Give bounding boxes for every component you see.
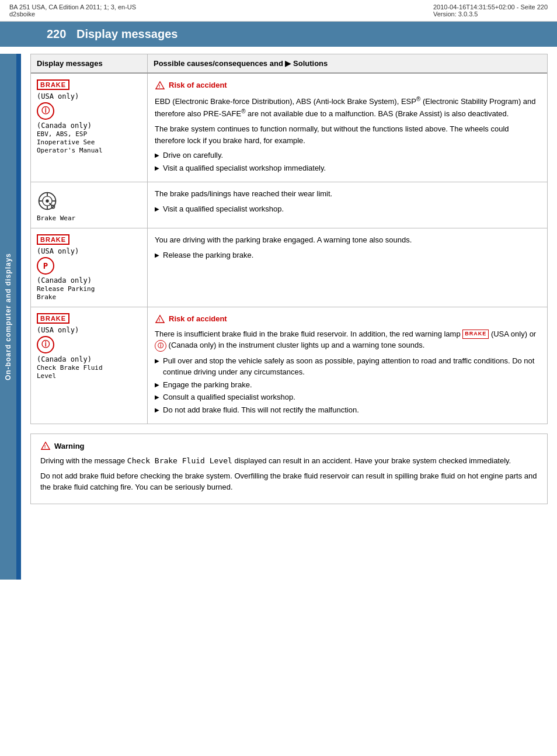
- brake-badge-4: BRAKE: [37, 313, 69, 324]
- table-header: Display messages Possible causes/consequ…: [31, 54, 547, 74]
- usa-only-3: (USA only): [37, 247, 79, 255]
- cell-display-4: BRAKE (USA only) ⓘ (Canada only) Check B…: [31, 307, 148, 424]
- top-bar: BA 251 USA, CA Edition A 2011; 1; 3, en-…: [0, 0, 557, 22]
- warning-section: ! Warning Driving with the message Check…: [30, 434, 548, 504]
- table-row: Brake Wear The brake pads/linings have r…: [31, 182, 547, 228]
- row3-body: You are driving with the parking brake e…: [155, 234, 540, 246]
- canada-only-1: (Canada only): [37, 122, 92, 130]
- risk-heading-1: ! Risk of accident: [155, 79, 540, 91]
- list-item: Engage the parking brake.: [155, 379, 540, 391]
- top-bar-right: 2010-04-16T14:31:55+02:00 - Seite 220 Ve…: [433, 4, 548, 18]
- list-item: Drive on carefully.: [155, 150, 540, 161]
- circle-icon-4: ⓘ: [37, 336, 54, 353]
- brake-badge-3: BRAKE: [37, 234, 69, 245]
- warning-code: Check Brake Fluid Level: [127, 456, 232, 465]
- cell-display-2: Brake Wear: [31, 182, 148, 228]
- canada-only-4: (Canada only): [37, 355, 92, 363]
- table-row: BRAKE (USA only) ⓘ (Canada only) Check B…: [31, 307, 547, 424]
- row3-bullets: Release the parking brake.: [155, 249, 540, 261]
- page-number: 220: [47, 27, 66, 40]
- list-item: Consult a qualified specialist workshop.: [155, 391, 540, 403]
- table-row: BRAKE (USA only) ⓘ (Canada only) EBV, AB…: [31, 74, 547, 182]
- row4-bullets: Pull over and stop the vehicle safely as…: [155, 355, 540, 416]
- row1-bullets: Drive on carefully. Visit a qualified sp…: [155, 150, 540, 174]
- cell-causes-3: You are driving with the parking brake e…: [148, 228, 547, 307]
- risk-heading-4: ! Risk of accident: [155, 313, 540, 325]
- warning-label: Warning: [54, 442, 85, 450]
- cell-causes-2: The brake pads/linings have reached thei…: [148, 182, 547, 228]
- row1-body: EBD (Electronic Brake-force Distribution…: [155, 95, 540, 120]
- sidebar: On-board computer and displays: [0, 54, 16, 580]
- triangle-icon-1: !: [155, 81, 165, 90]
- svg-text:!: !: [159, 317, 161, 322]
- cell-causes-1: ! Risk of accident EBD (Electronic Brake…: [148, 74, 547, 182]
- main-layout: On-board computer and displays Display m…: [0, 54, 557, 580]
- display-messages-table: Display messages Possible causes/consequ…: [30, 54, 548, 424]
- cell-causes-4: ! Risk of accident There is insufficient…: [148, 307, 547, 424]
- warning-para2: Do not add brake fluid before checking t…: [40, 470, 538, 493]
- svg-point-7: [46, 199, 48, 202]
- row1-body2: The brake system continues to function n…: [155, 123, 540, 146]
- top-bar-left: BA 251 USA, CA Edition A 2011; 1; 3, en-…: [9, 4, 136, 18]
- list-item: Visit a qualified specialist workshop.: [155, 203, 540, 215]
- warning-heading: ! Warning: [40, 441, 538, 450]
- list-item: Visit a qualified specialist workshop im…: [155, 162, 540, 174]
- list-item: Release the parking brake.: [155, 249, 540, 261]
- circle-p-icon-3: P: [37, 257, 54, 275]
- warning-triangle-icon: !: [40, 441, 51, 450]
- list-item: Pull over and stop the vehicle safely as…: [155, 355, 540, 378]
- page-title: Display messages: [76, 27, 177, 40]
- display-text-1: EBV, ABS, ESPInoperative SeeOperator's M…: [37, 130, 103, 154]
- usa-only-1: (USA only): [37, 92, 79, 100]
- display-text-3: Release ParkingBrake: [37, 285, 95, 301]
- circle-icon-1: ⓘ: [37, 102, 54, 120]
- canada-only-3: (Canada only): [37, 276, 92, 285]
- row2-bullets: Visit a qualified specialist workshop.: [155, 203, 540, 215]
- row4-body: There is insufficient brake fluid in the…: [155, 328, 540, 352]
- row2-body: The brake pads/linings have reached thei…: [155, 188, 540, 200]
- inline-circle-icon: ⓘ: [155, 340, 166, 352]
- inline-brake-badge: BRAKE: [462, 330, 489, 339]
- cell-display-1: BRAKE (USA only) ⓘ (Canada only) EBV, AB…: [31, 74, 148, 182]
- cell-display-3: BRAKE (USA only) P (Canada only) Release…: [31, 228, 148, 307]
- display-text-2: Brake Wear: [37, 214, 75, 222]
- sidebar-accent: [16, 54, 21, 580]
- warning-para1: Driving with the message Check Brake Flu…: [40, 455, 538, 467]
- col-display-header: Display messages: [31, 54, 148, 72]
- table-row: BRAKE (USA only) P (Canada only) Release…: [31, 228, 547, 307]
- display-text-4: Check Brake FluidLevel: [37, 364, 103, 380]
- triangle-icon-4: !: [155, 314, 165, 324]
- svg-text:!: !: [159, 84, 161, 89]
- brake-wear-icon: [37, 190, 58, 211]
- list-item: Do not add brake fluid. This will not re…: [155, 404, 540, 416]
- svg-text:!: !: [44, 445, 46, 450]
- usa-only-4: (USA only): [37, 326, 79, 334]
- col-causes-header: Possible causes/consequences and ▶ Solut…: [148, 54, 547, 72]
- brake-badge-1: BRAKE: [37, 79, 69, 90]
- content-area: Display messages Possible causes/consequ…: [21, 54, 557, 580]
- page-header: 220 Display messages: [0, 22, 557, 47]
- sidebar-label: On-board computer and displays: [4, 253, 12, 380]
